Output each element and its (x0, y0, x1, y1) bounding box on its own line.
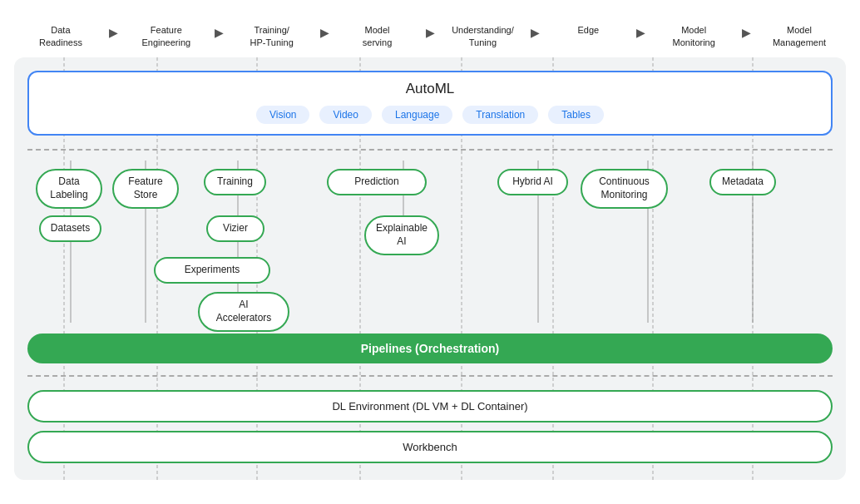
arrow-3: ▶ (319, 26, 331, 39)
automl-title: AutoML (42, 81, 818, 97)
dashed-separator-2 (27, 375, 833, 377)
bottom-section: DL Environment (DL VM + DL Container) Wo… (27, 387, 833, 463)
chip-translation: Translation (462, 106, 538, 124)
workbench-label: Workbench (403, 441, 457, 453)
chip-vision: Vision (256, 106, 309, 124)
step-understanding: Understanding/ Tuning (437, 24, 530, 50)
step-model-serving: Model serving (331, 24, 424, 50)
node-training: Training (204, 169, 266, 195)
main-box: AutoML Vision Video Language Translation… (14, 57, 846, 480)
node-ai-accelerators: AI Accelerators (198, 292, 289, 331)
node-metadata: Metadata (709, 169, 776, 195)
node-data-labeling: Data Labeling (36, 169, 102, 208)
step-label: Model Monitoring (647, 24, 740, 50)
step-label: Understanding/ Tuning (437, 24, 530, 50)
step-model-management: Model Management (753, 24, 846, 50)
arrow-5: ▶ (529, 26, 541, 39)
chip-video: Video (319, 106, 371, 124)
step-edge: Edge (541, 24, 635, 37)
dl-env-label: DL Environment (DL VM + DL Container) (332, 400, 527, 413)
arrow-4: ▶ (424, 26, 437, 39)
node-experiments: Experiments (154, 257, 270, 284)
step-label: Data Readiness (14, 24, 107, 50)
arrow-2: ▶ (213, 26, 225, 39)
step-training: Training/ HP-Tuning (225, 24, 319, 50)
pipelines-bar: Pipelines (Orchestration) (27, 334, 833, 363)
step-label: Feature Engineering (120, 24, 213, 50)
node-feature-store: Feature Store (112, 169, 179, 208)
step-feature-engineering: Feature Engineering (120, 24, 213, 50)
dashed-separator (27, 149, 833, 151)
arrow-1: ▶ (107, 26, 120, 39)
arrow-7: ▶ (740, 26, 753, 39)
node-datasets: Datasets (39, 215, 101, 242)
arrow-6: ▶ (635, 26, 647, 39)
chip-language: Language (382, 106, 452, 124)
services-grid: Data Labeling Feature Store Training Pre… (27, 161, 833, 327)
step-data-readiness: Data Readiness (14, 24, 107, 50)
automl-chips: Vision Video Language Translation Tables (42, 106, 818, 124)
dl-environment-pill: DL Environment (DL VM + DL Container) (27, 390, 833, 422)
chip-tables: Tables (548, 106, 604, 124)
step-model-monitoring: Model Monitoring (647, 24, 740, 50)
pipelines-label: Pipelines (Orchestration) (361, 342, 499, 355)
node-hybrid-ai: Hybrid AI (497, 169, 568, 195)
step-label: Model serving (331, 24, 424, 50)
automl-section: AutoML Vision Video Language Translation… (27, 71, 833, 136)
node-explainable-ai: Explainable AI (364, 215, 439, 254)
step-label: Training/ HP-Tuning (225, 24, 319, 50)
workbench-pill: Workbench (27, 431, 833, 463)
pipeline-header: Data Readiness ▶ Feature Engineering ▶ T… (14, 24, 846, 58)
node-prediction: Prediction (327, 169, 427, 195)
step-label: Edge (541, 24, 635, 37)
node-continuous-monitoring: Continuous Monitoring (581, 169, 668, 208)
node-vizier: Vizier (206, 215, 264, 242)
diagram-container: Data Readiness ▶ Feature Engineering ▶ T… (14, 24, 846, 481)
step-label: Model Management (753, 24, 846, 50)
